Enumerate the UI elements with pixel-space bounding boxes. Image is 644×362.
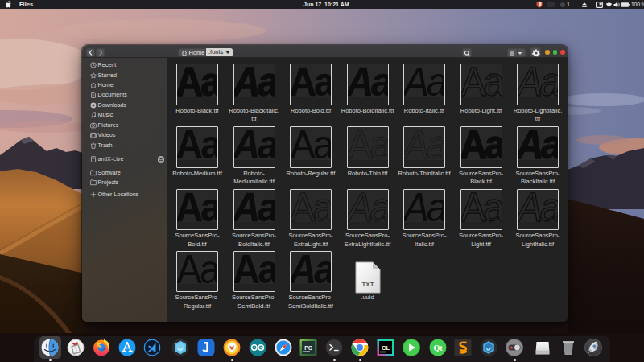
svg-text:Qt: Qt [433,343,443,352]
svg-text:CL: CL [382,344,390,352]
svg-text:TXT: TXT [361,281,374,288]
svg-text:PC: PC [304,345,312,351]
